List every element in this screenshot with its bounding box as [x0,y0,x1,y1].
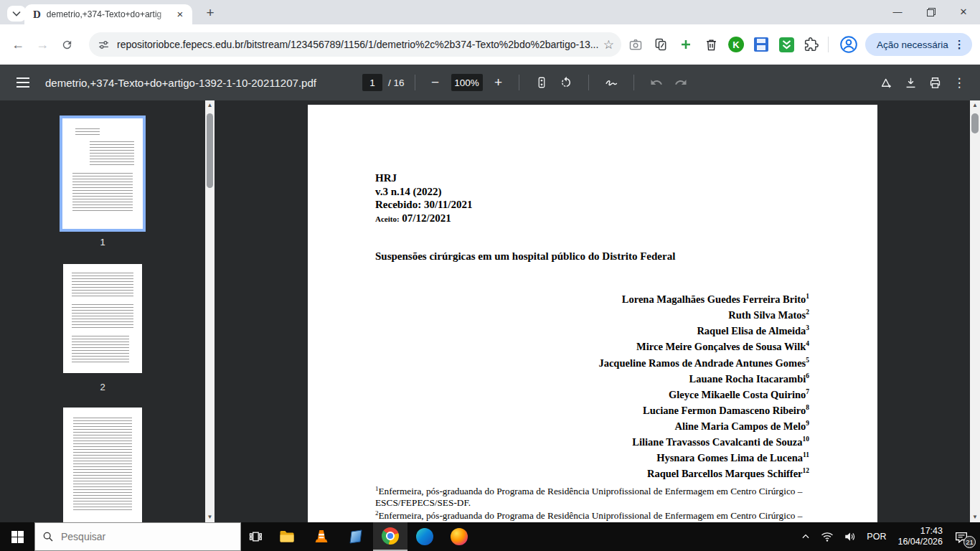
copy-edit-extension-icon[interactable] [650,34,672,55]
pdf-page-1: HRJ v.3 n.14 (2022) Recebido: 30/11/2021… [308,105,877,522]
received-date: Recebido: 30/11/2021 [375,198,472,212]
main-scrollbar[interactable]: ▲ ▼ [970,100,980,522]
zoom-in-button[interactable]: + [489,70,509,95]
page-thumbnail-3[interactable] [63,408,142,522]
taskbar-search-input[interactable] [61,531,219,542]
tab-search-button[interactable] [7,6,26,22]
page-thumbnail-1-selected[interactable] [60,116,146,232]
author-line: Lorena Magalhães Guedes Ferreira Brito1 [598,290,809,306]
accepted-date: Aceito: 07/12/2021 [375,212,472,226]
action-center-icon[interactable]: 21 [949,522,980,551]
pdf-more-options-icon[interactable]: ⋮ [947,70,971,95]
taskbar-search-box[interactable] [34,522,241,551]
system-tray: POR 17:4316/04/2026 21 [796,522,980,551]
start-button[interactable] [0,522,34,551]
chrome-icon [382,527,399,545]
pdf-filename: demetrio,+374-Texto+do+artigo-1392-1-10-… [45,77,325,89]
journal-issue: v.3 n.14 (2022) [375,185,472,199]
trash-extension-icon[interactable] [700,34,722,55]
pdf-toolbar-divider [588,75,589,90]
firefox-taskbar-icon[interactable] [442,522,476,551]
page-thumbnail-2[interactable] [63,264,142,373]
url-text[interactable]: repositoriobce.fepecs.edu.br/bitstream/1… [117,39,603,50]
scroll-up-icon[interactable]: ▲ [205,100,215,110]
page-total-label: / 16 [388,77,405,88]
hidden-icons-chevron-icon[interactable] [796,522,816,551]
main-scrollbar-thumb[interactable] [971,113,979,133]
browser-tab-strip: D demetrio,+374-Texto+do+artig × + — ✕ [0,0,980,24]
search-icon [42,531,54,542]
extensions-puzzle-icon[interactable] [801,34,822,55]
pill-kebab-menu-icon[interactable]: ⋮ [954,38,965,51]
url-bar[interactable]: repositoriobce.fepecs.edu.br/bitstream/1… [89,32,621,57]
reload-button[interactable] [55,32,79,57]
download-button[interactable] [898,70,923,95]
browser-tab[interactable]: D demetrio,+374-Texto+do+artig × [24,4,192,24]
thumbnail-sidebar: 1 2 [0,100,205,522]
page-number-input[interactable] [362,74,382,91]
screenshot-camera-icon[interactable] [625,34,646,55]
pdf-viewer-content: 1 2 ▲ ▼ HRJ v.3 n.14 (2022) Recebido: 30… [0,100,980,522]
tray-time: 17:43 [897,526,943,537]
add-plus-extension-icon[interactable] [675,34,697,55]
pdf-menu-hamburger-icon[interactable] [11,70,35,95]
tab-close-icon[interactable]: × [174,8,187,21]
author-line: Lauane Rocha Itacarambi6 [598,369,809,385]
pdf-toolbar-divider [519,75,519,90]
sidebar-scrollbar[interactable]: ▲ ▼ [205,100,215,522]
add-text-annotation-button[interactable] [874,70,898,95]
window-restore-button[interactable] [914,0,947,23]
reload-icon [61,39,73,51]
scroll-up-icon[interactable]: ▲ [970,100,980,110]
scroll-down-icon[interactable]: ▼ [205,512,215,522]
site-settings-tune-icon[interactable] [98,39,110,51]
footnote-line: 1Enfermeira, pós-graduanda do Programa d… [375,484,813,497]
language-indicator[interactable]: POR [862,522,891,551]
fit-to-page-button[interactable] [529,70,554,95]
zoom-out-button[interactable]: − [425,70,446,95]
sidebar-scrollbar-thumb[interactable] [207,113,213,188]
forward-button[interactable]: → [30,32,55,57]
wifi-icon[interactable] [816,522,839,551]
thumbnail-page-number: 2 [60,382,146,392]
task-view-button[interactable] [241,522,270,551]
taskbar-app-icon[interactable] [339,522,373,551]
action-required-button[interactable]: Ação necessária ⋮ [865,33,972,56]
bookmark-star-icon[interactable]: ☆ [603,37,614,52]
volume-icon[interactable] [839,522,862,551]
pdf-toolbar-divider [633,75,634,90]
tray-date: 16/04/2026 [897,537,943,547]
double-chevron-extension-icon[interactable] [776,34,797,55]
zoom-level-input[interactable] [451,74,483,91]
window-controls: — ✕ [881,0,980,24]
author-line: Aline Maria Campos de Melo9 [598,417,809,433]
undo-button[interactable] [644,70,669,95]
profile-avatar-icon[interactable] [838,34,859,55]
redo-button[interactable] [669,70,693,95]
scroll-down-icon[interactable]: ▼ [970,512,980,522]
article-title: Suspensões cirúrgicas em um hospital púb… [375,250,675,263]
tab-title: demetrio,+374-Texto+do+artig [47,9,174,19]
desktop-screen: D demetrio,+374-Texto+do+artig × + — ✕ ←… [0,0,980,551]
keeper-extension-icon[interactable]: K [725,34,747,55]
clock[interactable]: 17:4316/04/2026 [891,522,949,551]
chrome-taskbar-icon-active[interactable] [373,522,407,551]
window-minimize-button[interactable]: — [881,0,914,23]
rotate-counterclockwise-button[interactable] [554,70,578,95]
window-close-button[interactable]: ✕ [947,0,980,23]
file-explorer-icon[interactable] [270,522,304,551]
draw-annotate-button[interactable] [599,70,623,95]
save-floppy-extension-icon[interactable] [750,34,772,55]
edge-taskbar-icon[interactable] [407,522,442,551]
vlc-player-icon[interactable] [304,522,339,551]
print-button[interactable] [923,70,947,95]
footnote-line: ESCS/FEPECS/SES-DF. [375,497,813,508]
pdf-page-viewport: HRJ v.3 n.14 (2022) Recebido: 30/11/2021… [215,100,970,522]
journal-header: HRJ v.3 n.14 (2022) Recebido: 30/11/2021… [375,171,472,225]
back-button[interactable]: ← [6,32,30,57]
browser-toolbar: ← → repositoriobce.fepecs.edu.br/bitstre… [0,24,980,65]
new-tab-button[interactable]: + [201,4,220,22]
author-line: Luciane Fermon Damasceno Ribeiro8 [598,401,809,417]
author-list: Lorena Magalhães Guedes Ferreira Brito1 … [598,290,809,481]
author-line: Mirce Meire Gonçalves de Sousa Wilk4 [598,337,809,353]
